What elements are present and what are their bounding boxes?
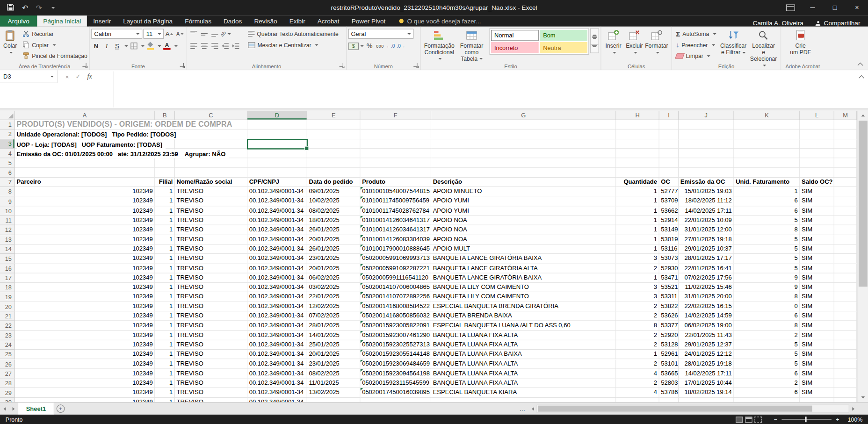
tab-power-pivot[interactable]: Power Pivot bbox=[346, 15, 392, 27]
cell-D6[interactable] bbox=[247, 168, 307, 177]
cell-H18[interactable]: 3 bbox=[616, 283, 659, 292]
cell-C12[interactable]: TREVISO bbox=[175, 225, 247, 235]
cell-G23[interactable]: BANQUETA LUANA FIXA ALTA bbox=[431, 331, 616, 340]
cell-M13[interactable] bbox=[834, 235, 857, 244]
save-icon[interactable] bbox=[7, 3, 14, 12]
cell-G8[interactable]: APOIO MINUETO bbox=[431, 187, 616, 196]
cell-F13[interactable]: 01010014126083304039 bbox=[361, 235, 432, 244]
increase-indent-button[interactable] bbox=[231, 41, 240, 51]
cell-F18[interactable]: 05020014107006004865 bbox=[361, 283, 432, 292]
cell-J8[interactable]: 15/01/2025 19:03 bbox=[679, 187, 734, 196]
cell-C26[interactable]: TREVISO bbox=[175, 359, 247, 369]
scroll-up-icon[interactable] bbox=[858, 111, 868, 120]
cell-A25[interactable]: 102349 bbox=[15, 350, 155, 359]
cell-K4[interactable] bbox=[734, 149, 800, 158]
cell-E4[interactable] bbox=[307, 149, 361, 158]
cell-H3[interactable] bbox=[616, 139, 659, 149]
cell-M26[interactable] bbox=[834, 359, 857, 369]
cell-C15[interactable]: TREVISO bbox=[175, 254, 247, 264]
cell-F25[interactable]: 05020015923055144148 bbox=[361, 350, 432, 359]
cell-L7[interactable]: Saldo OC? bbox=[800, 178, 834, 187]
cell-D28[interactable]: 00.102.349/0001-34 bbox=[247, 379, 307, 388]
cell-C2[interactable] bbox=[175, 129, 247, 139]
cell-I14[interactable]: 53116 bbox=[659, 244, 679, 254]
underline-button[interactable]: S bbox=[112, 41, 122, 51]
scroll-left-icon[interactable] bbox=[528, 406, 536, 410]
cell-J21[interactable]: 14/02/2025 14:59 bbox=[679, 311, 734, 321]
fill-handle[interactable] bbox=[304, 146, 309, 150]
cell-C18[interactable]: TREVISO bbox=[175, 283, 247, 292]
cell-I3[interactable] bbox=[659, 139, 679, 149]
cell-D30[interactable]: 00.102.349/0001-34 bbox=[247, 398, 307, 402]
cell-K30[interactable] bbox=[734, 398, 800, 402]
row-header-2[interactable]: 2 bbox=[0, 129, 15, 139]
new-sheet-button[interactable]: + bbox=[54, 403, 66, 415]
cell-B19[interactable]: 1 bbox=[155, 292, 175, 302]
cell-B15[interactable]: 1 bbox=[155, 254, 175, 264]
row-header-24[interactable]: 24 bbox=[0, 340, 15, 350]
cell-D26[interactable]: 00.102.349/0001-34 bbox=[247, 359, 307, 369]
cell-K18[interactable]: 9 bbox=[734, 283, 800, 292]
cell-B29[interactable]: 1 bbox=[155, 388, 175, 397]
cell-M6[interactable] bbox=[834, 168, 857, 177]
cell-J22[interactable]: 06/02/2025 19:00 bbox=[679, 321, 734, 331]
cell-B20[interactable]: 1 bbox=[155, 302, 175, 311]
cell-F8[interactable]: 01010010548007544815 bbox=[361, 187, 432, 196]
cell-B18[interactable]: 1 bbox=[155, 283, 175, 292]
scroll-down-icon[interactable] bbox=[858, 393, 868, 402]
cell-K23[interactable]: 2 bbox=[734, 331, 800, 340]
cell-G7[interactable]: Descrição bbox=[431, 178, 616, 187]
cell-F24[interactable]: 05020015923025527313 bbox=[361, 340, 432, 350]
cell-L20[interactable]: SIM bbox=[800, 302, 834, 311]
cell-D12[interactable]: 00.102.349/0001-34 bbox=[247, 225, 307, 235]
cell-M12[interactable] bbox=[834, 225, 857, 235]
cell-A17[interactable]: 102349 bbox=[15, 273, 155, 283]
cell-H23[interactable]: 2 bbox=[616, 331, 659, 340]
cell-E8[interactable]: 09/01/2025 bbox=[307, 187, 361, 196]
cell-I28[interactable]: 52803 bbox=[659, 379, 679, 388]
cell-F29[interactable]: 05020017450016039895 bbox=[361, 388, 432, 397]
tab-layout-da-p-gina[interactable]: Layout da Página bbox=[117, 15, 179, 27]
bold-button[interactable]: N bbox=[91, 41, 101, 51]
cell-C10[interactable]: TREVISO bbox=[175, 206, 247, 216]
close-button[interactable]: × bbox=[846, 0, 868, 15]
cell-J2[interactable] bbox=[679, 129, 734, 139]
cell-M14[interactable] bbox=[834, 244, 857, 254]
cell-F27[interactable]: 05020015923094564198 bbox=[361, 369, 432, 378]
cell-I27[interactable]: 53665 bbox=[659, 369, 679, 378]
cell-F7[interactable]: Produto bbox=[361, 178, 432, 187]
cell-F11[interactable]: 01010014126034641317 bbox=[361, 216, 432, 225]
cell-B11[interactable]: 1 bbox=[155, 216, 175, 225]
cell-C11[interactable]: TREVISO bbox=[175, 216, 247, 225]
cell-E22[interactable]: 28/01/2025 bbox=[307, 321, 361, 331]
find-select-button[interactable]: Localizar e Selecionar bbox=[748, 28, 779, 61]
cell-F22[interactable]: 05020015923005822091 bbox=[361, 321, 432, 331]
tab-revis-o[interactable]: Revisão bbox=[248, 15, 283, 27]
zoom-out-icon[interactable]: − bbox=[774, 416, 777, 423]
cell-H30[interactable] bbox=[616, 398, 659, 402]
cell-L30[interactable] bbox=[800, 398, 834, 402]
cell-K13[interactable]: 5 bbox=[734, 235, 800, 244]
cancel-icon[interactable]: × bbox=[65, 73, 69, 80]
cell-H1[interactable] bbox=[616, 120, 659, 129]
gallery-up-icon[interactable] bbox=[591, 29, 599, 37]
cell-D10[interactable]: 00.102.349/0001-34 bbox=[247, 206, 307, 216]
cell-I10[interactable]: 53662 bbox=[659, 206, 679, 216]
vertical-scroll-thumb[interactable] bbox=[859, 121, 868, 287]
name-box[interactable]: D3 bbox=[0, 70, 58, 83]
cell-E15[interactable]: 23/01/2025 bbox=[307, 254, 361, 264]
cell-C3[interactable] bbox=[175, 139, 247, 149]
cell-B9[interactable]: 1 bbox=[155, 197, 175, 206]
cell-E2[interactable] bbox=[307, 129, 361, 139]
cell-M24[interactable] bbox=[834, 340, 857, 350]
cell-J28[interactable]: 17/01/2025 10:44 bbox=[679, 379, 734, 388]
cell-M22[interactable] bbox=[834, 321, 857, 331]
grow-font-button[interactable]: A bbox=[165, 29, 174, 39]
font-color-button[interactable]: A bbox=[162, 41, 172, 51]
cell-D16[interactable]: 00.102.349/0001-34 bbox=[247, 264, 307, 273]
row-header-8[interactable]: 8 bbox=[0, 187, 15, 196]
orientation-button[interactable]: ab bbox=[220, 29, 231, 39]
cell-L8[interactable]: SIM bbox=[800, 187, 834, 196]
comma-style-button[interactable]: 000 bbox=[376, 41, 385, 51]
cell-D5[interactable] bbox=[247, 158, 307, 168]
